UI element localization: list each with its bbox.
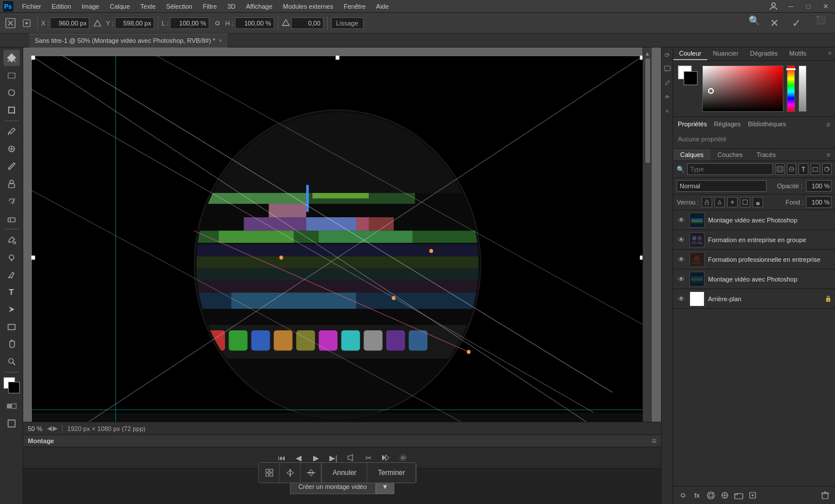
color-gradient-picker[interactable] [702,65,783,112]
confirm-button[interactable]: Terminer [368,463,416,483]
props-panel-options[interactable]: ≡ [826,120,830,129]
menu-edition[interactable]: Edition [47,2,76,11]
path-selection-tool[interactable] [3,301,20,317]
healing-brush-tool[interactable] [3,141,20,157]
degrades-tab[interactable]: Dégradés [745,48,784,60]
flip-vertical-btn[interactable] [300,463,321,483]
menu-filtre[interactable]: Filtre [198,2,222,11]
motifs-tab[interactable]: Motifs [783,48,812,60]
dodge-tool[interactable] [3,249,20,265]
link-proportions-icon[interactable] [212,17,223,29]
eraser-tool[interactable] [3,210,20,227]
maximize-icon[interactable]: □ [801,0,815,13]
menu-aide[interactable]: Aide [372,2,394,11]
reglages-tab[interactable]: Réglages [714,120,740,129]
lock-transparent-btn[interactable] [702,197,712,207]
menu-3d[interactable]: 3D [223,2,240,11]
move-tool-icon[interactable] [3,16,17,30]
quick-mask-toggle[interactable] [3,398,20,414]
close-icon[interactable]: ✕ [819,0,833,13]
layer-item[interactable]: 👁 Arrière-plan 🔒 [673,289,835,309]
history-brush-tool[interactable] [3,193,20,209]
layer-mask-btn[interactable] [705,489,717,502]
zoom-nav[interactable]: ◀ ▶ [47,425,57,432]
color-tab[interactable]: Couleur [673,48,707,60]
zoom-nav-right[interactable]: ▶ [53,425,57,432]
layers-search-input[interactable] [687,163,773,175]
layer-visibility-btn[interactable]: 👁 [677,255,686,264]
hand-tool[interactable] [3,336,20,352]
flip-horizontal-btn[interactable] [279,463,300,483]
color-panel-collapse[interactable]: ≡ [825,48,835,60]
cancel-button[interactable]: Annuler [322,463,367,483]
eyedropper-tool[interactable] [3,123,20,140]
angle-input[interactable] [291,17,324,29]
calques-tab[interactable]: Calques [673,149,710,160]
filter-shape-btn[interactable] [811,163,820,175]
menu-image[interactable]: Image [77,2,104,11]
nuancier-tab[interactable]: Nuancier [707,48,745,60]
document-tab[interactable]: Sans titre-1 @ 50% (Montage vidéo avec P… [29,34,228,48]
zoom-nav-left[interactable]: ◀ [47,425,52,432]
move-tool[interactable] [3,50,20,66]
menu-fichier[interactable]: Fichier [17,2,46,11]
couches-tab[interactable]: Couches [710,149,749,160]
brush-tool[interactable] [3,158,20,174]
lasso-tool[interactable] [3,85,20,101]
traces-tab[interactable]: Tracés [750,149,783,160]
menu-selection[interactable]: Sélection [161,2,197,11]
search-toolbar-icon[interactable]: 🔍 [749,15,760,31]
menu-affichage[interactable]: Affichage [241,2,277,11]
pen-tool[interactable] [3,266,20,283]
shape-tool[interactable] [3,319,20,335]
layer-visibility-btn[interactable]: 👁 [677,235,686,244]
filter-adjustment-btn[interactable] [787,163,796,175]
x-input[interactable] [50,17,89,29]
relative-position-icon[interactable] [92,17,103,29]
lissage-button[interactable]: Lissage [331,17,364,29]
lock-artboard-btn[interactable] [740,197,750,207]
layer-link-btn[interactable] [677,489,689,502]
menu-fenetre[interactable]: Fenêtre [339,2,371,11]
fill-input[interactable] [806,196,832,208]
layer-fx-btn[interactable]: fx [691,489,703,502]
color-swatches[interactable] [3,377,20,393]
menu-modules[interactable]: Modules externes [278,2,338,11]
proprietes-tab[interactable]: Propriétés [678,120,707,129]
opacity-input[interactable] [806,180,832,192]
color-picker-cursor[interactable] [708,88,714,94]
hue-slider[interactable] [787,65,795,112]
confirm-transform-button[interactable]: ✓ [788,15,804,31]
alpha-slider[interactable] [798,65,807,112]
user-icon[interactable] [767,0,780,13]
filter-text-btn[interactable]: T [798,163,808,175]
timeline-options-button[interactable]: ≡ [652,436,656,445]
text-tool[interactable]: T [3,284,20,300]
lock-all-btn[interactable] [753,197,763,207]
menu-calque[interactable]: Calque [105,2,135,11]
comments-icon[interactable] [662,64,673,74]
layer-new-btn[interactable] [746,489,759,502]
bibliotheques-tab[interactable]: Bibliothèques [748,120,786,129]
crop-tool[interactable] [3,102,20,118]
layer-item[interactable]: 👁 Formation professionnelle en entrepris… [673,250,835,269]
screen-mode-button[interactable] [3,415,20,432]
cancel-transform-button[interactable]: ✕ [766,15,782,31]
blend-mode-select[interactable]: NormalDissoudreObscurcirMultiplierDensit… [677,180,767,192]
background-swatch[interactable] [684,71,698,85]
tab-close-button[interactable]: × [219,38,222,44]
height-input[interactable] [235,17,274,29]
filter-pixel-btn[interactable] [775,163,785,175]
history-icon[interactable]: ⟳ [662,50,673,60]
layer-adjustment-btn[interactable] [718,489,731,502]
collapse-panel-icon[interactable]: « [662,105,673,116]
menu-texte[interactable]: Texte [136,2,160,11]
warp-mode-btn[interactable] [259,463,279,483]
layers-panel-options[interactable]: ≡ [822,149,835,160]
brush-settings-icon[interactable] [662,78,673,88]
zoom-tool[interactable] [3,353,20,370]
layer-item[interactable]: 👁 Montage vidéo avec Photoshop [673,210,835,230]
layer-item[interactable]: 👁 Montage vidéo avec Photoshop [673,269,835,289]
layer-item[interactable]: 👁 Formation en entreprise en groupe [673,230,835,250]
clone-stamp-tool[interactable] [3,176,20,192]
